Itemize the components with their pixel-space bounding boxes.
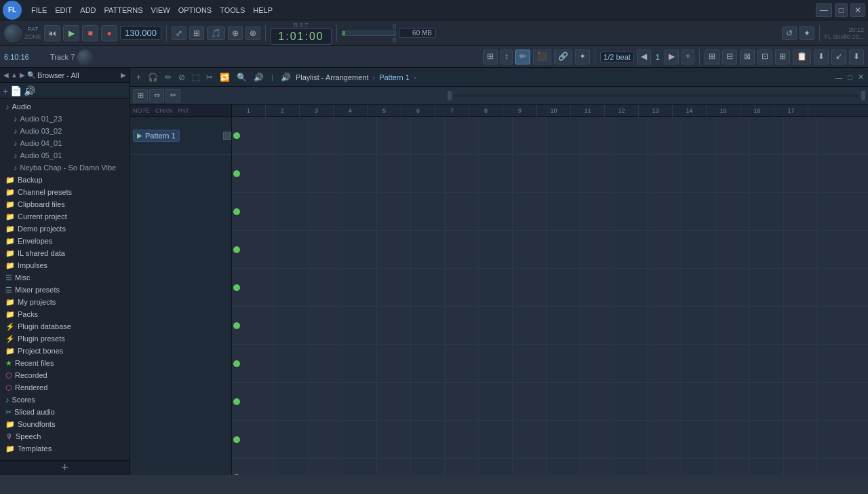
grid-cell[interactable]	[377, 193, 411, 230]
menu-edit[interactable]: EDIT	[51, 5, 76, 16]
piano-btn[interactable]: ⬛	[533, 50, 551, 64]
grid-cell[interactable]	[275, 421, 309, 458]
grid-cell[interactable]	[445, 383, 479, 420]
grid-cell[interactable]	[614, 117, 648, 154]
mixer-btn[interactable]: ⊞	[705, 50, 719, 64]
transport-icon-4[interactable]: ⊕	[228, 26, 243, 40]
grid-cell[interactable]	[513, 117, 547, 154]
grid-cell[interactable]	[682, 307, 716, 344]
scroll-left-btn[interactable]	[448, 91, 452, 100]
grid-cell[interactable]	[648, 307, 682, 344]
grid-cell[interactable]	[547, 269, 580, 306]
browser-item[interactable]: ⚡ Plugin database	[0, 320, 130, 332]
grid-cell[interactable]	[275, 269, 309, 306]
grid-cell[interactable]	[547, 459, 580, 475]
grid-cell[interactable]	[614, 459, 648, 475]
grid-cell[interactable]	[513, 307, 547, 344]
mute-btn[interactable]: ✦	[575, 50, 590, 64]
menu-patterns[interactable]: PATTERNS	[100, 5, 147, 16]
grid-cell[interactable]	[411, 307, 445, 344]
grid-cell[interactable]	[580, 155, 614, 192]
browser-item[interactable]: ★ Recent files	[0, 357, 130, 369]
settings-btn[interactable]: ✦	[800, 26, 814, 40]
browser-item[interactable]: 📁 Project bones	[0, 345, 130, 357]
grid-cell[interactable]	[784, 421, 818, 458]
grid-cell[interactable]	[241, 421, 275, 458]
grid-cell[interactable]	[275, 459, 309, 475]
grid-cell[interactable]	[343, 345, 377, 382]
grid-cell[interactable]	[580, 307, 614, 344]
grid-cell[interactable]	[784, 193, 818, 230]
grid-cell[interactable]	[377, 155, 411, 192]
grid-cell[interactable]	[275, 231, 309, 268]
grid-cell[interactable]	[784, 155, 818, 192]
ptb-draw2-btn[interactable]: ✏	[165, 89, 180, 102]
grid-cell[interactable]	[275, 307, 309, 344]
grid-cell[interactable]	[479, 383, 513, 420]
grid-cell[interactable]	[275, 117, 309, 154]
browser-file-icon[interactable]: 📄	[10, 86, 22, 96]
grid-cell[interactable]	[716, 307, 750, 344]
grid-cell[interactable]	[682, 117, 716, 154]
grid-cell[interactable]	[716, 459, 750, 475]
browser-add-icon[interactable]: +	[3, 86, 8, 96]
grid-cell[interactable]	[445, 307, 479, 344]
playlist-select-btn[interactable]: ⬚	[190, 72, 201, 83]
transport-icon-3[interactable]: 🎵	[207, 26, 225, 40]
browser-expand-icon[interactable]: ▶	[121, 71, 126, 79]
bpm-display[interactable]: 130.000	[120, 26, 161, 40]
browser-item[interactable]: 📁 Demo projects	[0, 223, 130, 235]
grid-cell[interactable]	[614, 231, 648, 268]
render-btn[interactable]: ↙	[831, 50, 846, 64]
grid-cell[interactable]	[309, 345, 343, 382]
browser-volume-icon[interactable]: 🔊	[24, 86, 35, 96]
grid-cell[interactable]	[682, 269, 716, 306]
playlist-loop-btn[interactable]: 🔁	[218, 72, 232, 83]
download-btn[interactable]: ⬇	[849, 50, 864, 64]
grid-cell[interactable]	[716, 345, 750, 382]
grid-cell[interactable]	[513, 383, 547, 420]
grid-cell[interactable]	[580, 345, 614, 382]
playlist-draw-btn[interactable]: ✏	[163, 72, 174, 83]
grid-cell[interactable]	[479, 459, 513, 475]
grid-cell[interactable]	[614, 269, 648, 306]
scene-btn[interactable]: ⊞	[775, 50, 790, 64]
grid-cell[interactable]	[648, 155, 682, 192]
pattern-expand-btn[interactable]	[223, 132, 231, 140]
grid-cell[interactable]	[750, 421, 784, 458]
grid-cell[interactable]	[648, 193, 682, 230]
grid-cell[interactable]	[445, 231, 479, 268]
browser-item[interactable]: ♪ Audio 05_01	[0, 149, 130, 162]
grid-cell[interactable]	[275, 193, 309, 230]
grid-cell[interactable]	[580, 383, 614, 420]
grid-cell[interactable]	[445, 421, 479, 458]
ptb-grid-btn[interactable]: ⊞	[133, 89, 148, 102]
grid-cell[interactable]	[716, 117, 750, 154]
master-volume-knob[interactable]	[4, 24, 22, 42]
grid-cell[interactable]	[479, 269, 513, 306]
grid-cell[interactable]	[479, 421, 513, 458]
grid-cell[interactable]	[614, 421, 648, 458]
grid-cell[interactable]	[716, 155, 750, 192]
grid-cell[interactable]	[241, 459, 275, 475]
grid-cell[interactable]	[648, 459, 682, 475]
grid-cell[interactable]	[241, 117, 275, 154]
grid-cell[interactable]	[513, 421, 547, 458]
collapse-btn[interactable]: ⊟	[722, 50, 737, 64]
grid-cell[interactable]	[784, 231, 818, 268]
transport-icon-2[interactable]: ⊞	[189, 26, 204, 40]
scroll-right-btn[interactable]	[861, 91, 865, 100]
beat-dropdown[interactable]: 1/2 beat	[600, 52, 634, 62]
grid-cell[interactable]	[377, 459, 411, 475]
grid-cell[interactable]	[479, 193, 513, 230]
grid-cell[interactable]	[445, 345, 479, 382]
add-beat[interactable]: +	[682, 50, 694, 64]
browser-item[interactable]: 📁 Soundfonts	[0, 418, 130, 430]
grid-cell[interactable]	[513, 155, 547, 192]
grid-cell[interactable]	[241, 307, 275, 344]
playlist-close-btn[interactable]: ✕	[858, 73, 864, 81]
grid-cell[interactable]	[343, 459, 377, 475]
browser-item[interactable]: ♪ Neyba Chap - So Damn Vibe	[0, 162, 130, 174]
grid-cell[interactable]	[580, 269, 614, 306]
grid-cell[interactable]	[580, 193, 614, 230]
